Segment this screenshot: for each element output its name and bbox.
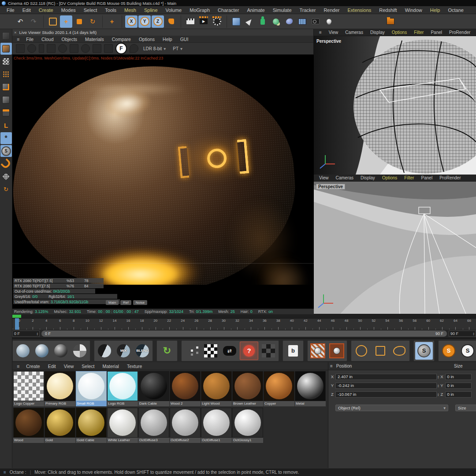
viewport-menu-item[interactable]: Options <box>388 30 410 35</box>
viewport-menu-item[interactable]: View <box>316 175 332 180</box>
live-viewer-menu-item[interactable]: GUI <box>176 37 193 42</box>
main-menu-item[interactable]: Select <box>80 7 101 13</box>
universal-material-button[interactable] <box>71 342 89 360</box>
material-swatch[interactable]: Logo Copper <box>13 371 44 406</box>
material-menu-item[interactable]: Create <box>22 364 44 369</box>
glossy-material-button[interactable] <box>33 342 51 360</box>
stats-view-button[interactable]: Ref <box>120 300 131 305</box>
rotate-workplane-button[interactable]: ↻ <box>0 183 12 195</box>
end-frame-field[interactable]: 90 F ▴▾ <box>449 331 476 337</box>
add-light-button[interactable] <box>323 15 335 28</box>
blend-material-button[interactable]: BLEND <box>134 342 151 360</box>
material-thumbnail[interactable] <box>13 371 44 401</box>
position-field[interactable]: 2.407 in <box>335 374 437 380</box>
material-thumbnail[interactable] <box>76 371 107 401</box>
render-view-button[interactable] <box>184 15 197 28</box>
live-viewer-menu-item[interactable]: File <box>22 37 37 42</box>
convert-object-button[interactable] <box>0 30 12 42</box>
main-menu-item[interactable]: Octane <box>444 7 467 13</box>
size-mode-dropdown[interactable]: Size <box>455 405 476 411</box>
x-axis-lock-button[interactable]: X <box>125 15 138 28</box>
rotate-tool[interactable]: ↻ <box>86 15 99 28</box>
magnet-tool-button[interactable] <box>0 158 12 170</box>
live-viewer-menu-item[interactable]: Materials <box>81 37 108 42</box>
material-thumbnail[interactable] <box>107 371 138 401</box>
main-menu-item[interactable]: File <box>3 7 19 13</box>
material-menu-item[interactable]: View <box>60 364 78 369</box>
material-thumbnail[interactable] <box>107 408 138 438</box>
ghost-pin-icon[interactable] <box>130 44 138 53</box>
stats-view-button[interactable]: Main <box>106 300 119 305</box>
focus-picker-icon[interactable]: F <box>115 43 127 54</box>
render-settings-button[interactable] <box>211 15 223 28</box>
main-menu-item[interactable]: Edit <box>19 7 35 13</box>
octane-sphere-gray-button[interactable]: S <box>415 342 433 360</box>
grid-texture-button[interactable] <box>260 342 277 360</box>
timeline-playhead[interactable] <box>15 318 19 330</box>
material-swatch[interactable]: Dark Cable <box>138 371 169 406</box>
material-thumbnail[interactable] <box>45 371 75 401</box>
render-canvas[interactable]: Check:3ms/3ms. MeshGen:0ms. Update[C]:0m… <box>12 55 314 309</box>
main-menu-item[interactable]: Simulate <box>269 7 296 13</box>
hamburger-icon[interactable]: ≡ <box>4 470 6 475</box>
kernel-dropdown[interactable]: PT▾ <box>171 46 185 52</box>
material-swatch[interactable]: OctGlossy1 <box>232 408 263 443</box>
viewport-menu-item[interactable]: ProRender <box>446 30 474 35</box>
material-swatch[interactable]: Logo RGB <box>107 371 138 406</box>
rectangle-select-button[interactable] <box>372 342 389 360</box>
live-selection-tool[interactable] <box>47 15 59 28</box>
material-swatch[interactable]: Wood <box>13 408 44 443</box>
material-thumbnail[interactable] <box>138 371 169 401</box>
move-tool[interactable]: + <box>60 15 72 28</box>
z-axis-lock-button[interactable]: Z <box>152 15 164 28</box>
refresh-icon[interactable] <box>27 44 36 53</box>
timeline-ruler[interactable]: 0246810121416182022242628303234363840424… <box>12 318 476 330</box>
material-swatch[interactable]: OctDiffuse2 <box>170 408 201 443</box>
material-swatch[interactable]: Gold <box>45 408 75 443</box>
material-thumbnail[interactable] <box>264 371 294 401</box>
stats-view-button[interactable]: Noise <box>133 300 147 305</box>
main-menu-item[interactable]: Volume <box>162 7 186 13</box>
main-menu-item[interactable]: Mesh <box>120 7 140 13</box>
add-cube-button[interactable] <box>230 15 242 28</box>
settings-icon[interactable] <box>16 44 25 53</box>
object-mode-dropdown[interactable]: Object (Rel) ▾ <box>335 405 448 411</box>
content-browser-button[interactable] <box>384 15 397 28</box>
viewport-menu-item[interactable]: View <box>325 30 342 35</box>
main-menu-item[interactable]: Character <box>214 7 243 13</box>
add-cloner-button[interactable] <box>296 15 309 28</box>
add-spline-button[interactable] <box>243 15 256 28</box>
material-thumbnail[interactable] <box>45 408 75 438</box>
octane-sphere-button[interactable]: S <box>0 145 12 157</box>
viewport-menu-item[interactable]: Options <box>379 175 401 180</box>
hamburger-icon[interactable]: ≡ <box>330 364 333 368</box>
material-thumbnail[interactable] <box>13 408 44 438</box>
add-deformer-button[interactable] <box>270 15 282 28</box>
viewport-label[interactable]: Perspective <box>316 39 341 44</box>
material-thumbnail[interactable] <box>232 408 263 438</box>
material-thumbnail[interactable] <box>295 371 326 401</box>
position-field[interactable]: -0.242 in <box>335 383 437 389</box>
render-active-view-button[interactable]: ▶ <box>197 15 210 28</box>
material-menu-item[interactable]: Material <box>99 364 123 369</box>
uv-mode-button[interactable] <box>0 68 12 80</box>
octane-sphere-white-button[interactable]: S <box>459 342 476 360</box>
material-swatch[interactable]: Wood 2 <box>170 371 201 406</box>
snap-toggle-button[interactable]: * <box>0 132 12 144</box>
shuffle-button[interactable]: ⇄ <box>221 342 238 360</box>
material-swatch[interactable]: Metal <box>295 371 326 406</box>
material-thumbnail[interactable] <box>201 371 232 401</box>
material-swatch[interactable]: OctDiffuse3 <box>138 408 169 443</box>
material-thumbnail[interactable] <box>170 371 201 401</box>
circle-select-button[interactable] <box>353 342 370 360</box>
missing-texture-button[interactable]: ? <box>240 342 258 360</box>
frame-range-slider[interactable]: 0 F 90 F <box>41 331 447 337</box>
material-swatch[interactable]: OctDiffuse1 <box>201 408 232 443</box>
octane-sphere-orange-button[interactable]: S <box>440 342 457 360</box>
material-thumbnail[interactable] <box>138 408 169 438</box>
main-menu-item[interactable]: Render <box>320 7 343 13</box>
bake-texture-button[interactable] <box>309 342 327 360</box>
pause-icon[interactable] <box>39 44 44 53</box>
main-menu-item[interactable]: Animate <box>243 7 268 13</box>
material-swatch[interactable]: Brown Leather <box>232 371 263 406</box>
